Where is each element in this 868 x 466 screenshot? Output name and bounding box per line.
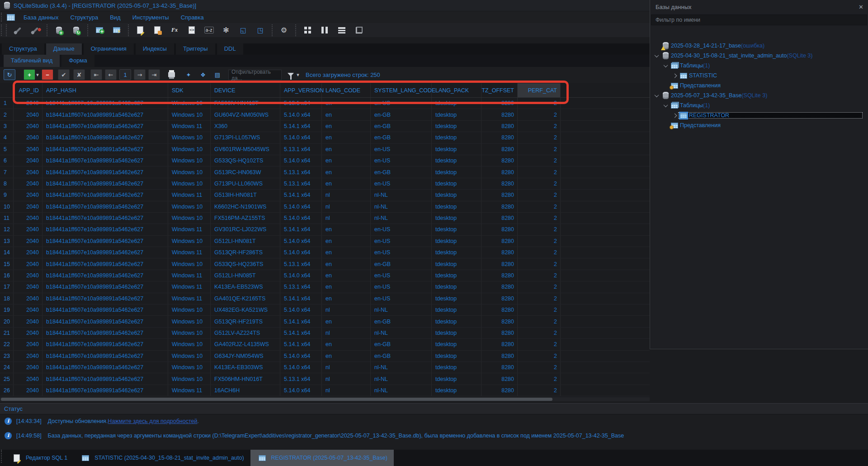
cell[interactable]: tdesktop <box>432 316 481 327</box>
next-page-icon[interactable]: → <box>134 69 146 80</box>
grid-fit-icon[interactable]: ❖ <box>197 69 209 80</box>
menu-item-5[interactable]: Справка <box>175 13 210 22</box>
cell[interactable]: 2040 <box>14 328 42 338</box>
cell[interactable]: nl-NL <box>371 362 432 373</box>
cell[interactable]: GA402RJZ-L4135WS <box>211 339 280 350</box>
chevron-down-icon[interactable] <box>653 94 660 97</box>
cell[interactable]: tdesktop <box>432 362 481 373</box>
tree-item-2025-03-28_14-21-17_base[interactable]: 2025-03-28_14-21-17_base (ошибка) <box>653 41 764 51</box>
cell[interactable]: G513RC-HN063W <box>211 166 280 177</box>
grid-sparkle-icon[interactable]: ✦ <box>183 69 194 80</box>
cell[interactable]: Windows 10 <box>168 132 211 143</box>
cell[interactable]: b18441a1ff607e10a989891a5462e627 <box>42 121 168 132</box>
cell[interactable]: 8280 <box>481 98 518 109</box>
cell[interactable]: Windows 10 <box>168 304 211 315</box>
tab-структура[interactable]: Структура <box>2 43 44 55</box>
cell[interactable]: 8280 <box>481 121 518 132</box>
cell[interactable]: b18441a1ff607e10a989891a5462e627 <box>42 178 168 189</box>
cell[interactable]: en-GB <box>371 132 432 143</box>
cell[interactable]: tdesktop <box>432 166 481 177</box>
cell[interactable]: X360 <box>211 121 280 132</box>
open-table-icon[interactable] <box>151 24 163 36</box>
cell[interactable]: b18441a1ff607e10a989891a5462e627 <box>42 258 168 269</box>
cell[interactable]: tdesktop <box>432 304 481 315</box>
table-row[interactable]: 22040b18441a1ff607e10a989891a5462e627Win… <box>0 109 650 120</box>
cell[interactable]: 2 <box>518 190 561 200</box>
restore-windows-icon[interactable]: ◱ <box>237 24 249 36</box>
table-row[interactable]: 102040b18441a1ff607e10a989891a5462e627Wi… <box>0 201 650 213</box>
table-row[interactable]: 242040b18441a1ff607e10a989891a5462e627Wi… <box>0 362 650 373</box>
bottom-tabbar-grip[interactable] <box>1 450 3 463</box>
edit-table-lightning-icon[interactable]: ⚡ <box>111 24 123 36</box>
layout-grid-icon[interactable] <box>302 24 313 36</box>
cell[interactable]: Windows 10 <box>168 328 211 338</box>
bottom-tab-2[interactable]: STATISTIC (2025-04-30_15-08-21_stat_invi… <box>74 450 250 466</box>
cell[interactable]: 2 <box>518 98 561 109</box>
cell[interactable]: 2040 <box>14 224 42 235</box>
cell[interactable]: 8280 <box>481 190 518 200</box>
cell[interactable]: 5.14.0 x64 <box>280 362 322 373</box>
cell[interactable]: tdesktop <box>432 270 481 281</box>
cell[interactable]: en <box>322 144 371 155</box>
cell[interactable]: 2040 <box>14 258 42 269</box>
cell[interactable]: 2 <box>518 121 561 132</box>
cell[interactable]: 5.13.1 x64 <box>280 258 322 269</box>
cell[interactable]: Windows 10 <box>168 351 211 361</box>
add-row-menu-caret[interactable]: ▾ <box>34 69 41 80</box>
cell[interactable]: en-GB <box>371 166 432 177</box>
cell[interactable]: 8280 <box>481 339 518 350</box>
cell[interactable]: en <box>322 132 371 143</box>
cell[interactable]: en <box>322 247 371 258</box>
cell[interactable]: en <box>322 121 371 132</box>
cell[interactable]: FX506HM-HN016T <box>211 373 280 384</box>
table-row[interactable]: 252040b18441a1ff607e10a989891a5462e627Wi… <box>0 373 650 385</box>
cell[interactable]: b18441a1ff607e10a989891a5462e627 <box>42 224 168 235</box>
collation-editor-icon[interactable]: a-z <box>203 24 215 36</box>
cell[interactable]: 5.14.0 x64 <box>280 304 322 315</box>
cell[interactable]: b18441a1ff607e10a989891a5462e627 <box>42 201 168 212</box>
cell[interactable]: nl-NL <box>371 190 432 200</box>
status-link[interactable]: Нажмите здесь для подробностей <box>108 418 197 424</box>
cell[interactable]: 2 <box>518 328 561 338</box>
cell[interactable]: 5.13.1 x64 <box>280 144 322 155</box>
cell[interactable]: G512LI-HN085T <box>211 270 280 281</box>
cell[interactable]: en-GB <box>371 316 432 327</box>
cell[interactable]: K413EA-EB303WS <box>211 362 280 373</box>
tree-item-2025-04-30_15-08-21_stat_invite_admin_auto[interactable]: 2025-04-30_15-08-21_stat_invite_admin_au… <box>653 51 812 61</box>
cell[interactable]: en-US <box>371 155 432 166</box>
cell[interactable]: 2040 <box>14 178 42 189</box>
cell[interactable]: G634JY-NM054WS <box>211 351 280 361</box>
cell[interactable]: G512LI-HN081T <box>211 236 280 247</box>
cell[interactable]: 8280 <box>481 328 518 338</box>
tree-item-представления[interactable]: Представления <box>662 81 721 90</box>
table-row[interactable]: 42040b18441a1ff607e10a989891a5462e627Win… <box>0 132 650 143</box>
menubar-grip[interactable] <box>1 13 3 22</box>
tree-item-statistic[interactable]: STATISTIC <box>671 71 717 81</box>
cell[interactable]: 8280 <box>481 362 518 373</box>
cell[interactable]: 5.14.0 x64 <box>280 351 322 361</box>
cell[interactable]: tdesktop <box>432 351 481 361</box>
cell[interactable]: en-US <box>371 293 432 304</box>
cell[interactable]: 16ACH6H <box>211 385 280 396</box>
cell[interactable]: G713PI-LL057WS <box>211 132 280 143</box>
cell[interactable]: 2 <box>518 178 561 189</box>
cell[interactable]: 8280 <box>481 201 518 212</box>
cell[interactable]: 2040 <box>14 247 42 258</box>
cell[interactable]: tdesktop <box>432 247 481 258</box>
column-header-app_hash[interactable]: APP_HASH <box>42 83 168 97</box>
cell[interactable]: 2040 <box>14 236 42 247</box>
cell[interactable]: en-US <box>371 281 432 292</box>
cell[interactable]: 8280 <box>481 155 518 166</box>
cell[interactable]: Windows 10 <box>168 98 211 109</box>
cell[interactable]: en-US <box>371 178 432 189</box>
cell[interactable]: G513IH-HN081T <box>211 190 280 200</box>
cell[interactable]: en <box>322 270 371 281</box>
cell[interactable]: G533QS-HQ102TS <box>211 155 280 166</box>
cell[interactable]: Windows 11 <box>168 224 211 235</box>
page-number-box[interactable]: 1 <box>119 69 131 80</box>
cell[interactable]: 8280 <box>481 281 518 292</box>
cell[interactable]: 8280 <box>481 213 518 223</box>
cell[interactable]: 2 <box>518 316 561 327</box>
cell[interactable]: tdesktop <box>432 190 481 200</box>
cell[interactable]: b18441a1ff607e10a989891a5462e627 <box>42 166 168 177</box>
